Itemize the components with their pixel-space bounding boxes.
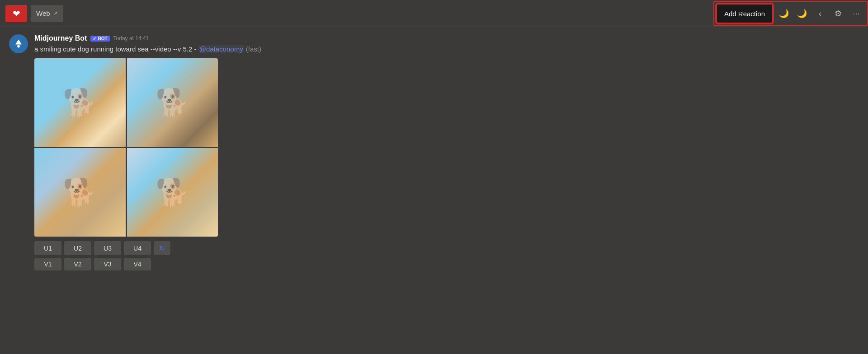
- u3-button[interactable]: U3: [94, 241, 121, 255]
- dog-image-2: 🐕: [127, 58, 218, 147]
- heart-button[interactable]: ❤: [5, 5, 27, 22]
- message-text-after: (fast): [244, 45, 261, 53]
- v1-button[interactable]: V1: [34, 258, 61, 270]
- timestamp: Today at 14:41: [113, 35, 149, 42]
- bot-badge: ✓ BOT: [90, 36, 109, 42]
- v3-button[interactable]: V3: [94, 258, 121, 270]
- message-text-before: a smiling cute dog running toward sea --…: [34, 45, 198, 53]
- add-reaction-highlight: Add Reaction 🌙 🌙 ‹ ⚙ ···: [713, 1, 868, 26]
- image-cell-1[interactable]: 🐕: [34, 58, 126, 147]
- settings-icon: ⚙: [835, 9, 842, 19]
- image-grid: 🐕 🐕 🐕 🐕: [34, 58, 218, 237]
- moon-icon-button-2[interactable]: 🌙: [794, 5, 810, 22]
- web-button[interactable]: Web ↗: [31, 5, 63, 22]
- top-right-actions: Add Reaction 🌙 🌙 ‹ ⚙ ···: [713, 0, 868, 27]
- dog-image-4: 🐕: [127, 148, 218, 237]
- moon-icon-button-1[interactable]: 🌙: [776, 5, 792, 22]
- refresh-button[interactable]: ↻: [154, 241, 170, 255]
- dog-image-3: 🐕: [34, 148, 126, 237]
- more-icon: ···: [853, 9, 859, 19]
- message-area: Midjourney Bot ✓ BOT Today at 14:41 a sm…: [0, 27, 868, 280]
- message-header: Midjourney Bot ✓ BOT Today at 14:41: [34, 34, 859, 42]
- message-mention[interactable]: @dataconomy: [198, 45, 244, 53]
- svg-point-2: [17, 45, 20, 48]
- message-content: Midjourney Bot ✓ BOT Today at 14:41 a sm…: [34, 34, 859, 273]
- image-cell-3[interactable]: 🐕: [34, 148, 126, 237]
- action-buttons-row-1: U1 U2 U3 U4 ↻: [34, 241, 859, 255]
- top-toolbar: ❤ Web ↗ Add Reaction 🌙 🌙 ‹ ⚙ ···: [0, 0, 868, 27]
- heart-icon: ❤: [13, 8, 20, 19]
- chevron-left-button[interactable]: ‹: [812, 5, 828, 22]
- more-button[interactable]: ···: [848, 5, 864, 22]
- u2-button[interactable]: U2: [64, 241, 91, 255]
- message-text: a smiling cute dog running toward sea --…: [34, 44, 859, 54]
- u4-button[interactable]: U4: [124, 241, 151, 255]
- action-buttons-row-2: V1 V2 V3 V4: [34, 258, 859, 270]
- chevron-left-icon: ‹: [819, 9, 821, 19]
- bot-name: Midjourney Bot: [34, 34, 87, 42]
- check-icon: ✓: [93, 36, 96, 41]
- bot-badge-label: BOT: [98, 36, 107, 41]
- refresh-icon: ↻: [159, 244, 165, 252]
- external-link-icon: ↗: [53, 10, 58, 17]
- avatar: [9, 34, 28, 53]
- moon-icon-1: 🌙: [779, 9, 789, 19]
- v4-button[interactable]: V4: [124, 258, 151, 270]
- add-reaction-button[interactable]: Add Reaction: [716, 4, 773, 23]
- dog-image-1: 🐕: [34, 58, 126, 147]
- settings-button[interactable]: ⚙: [830, 5, 846, 22]
- image-cell-4[interactable]: 🐕: [127, 148, 218, 237]
- image-cell-2[interactable]: 🐕: [127, 58, 218, 147]
- avatar-icon: [12, 37, 25, 50]
- moon-icon-2: 🌙: [797, 9, 807, 19]
- v2-button[interactable]: V2: [64, 258, 91, 270]
- web-label: Web: [36, 9, 50, 17]
- u1-button[interactable]: U1: [34, 241, 61, 255]
